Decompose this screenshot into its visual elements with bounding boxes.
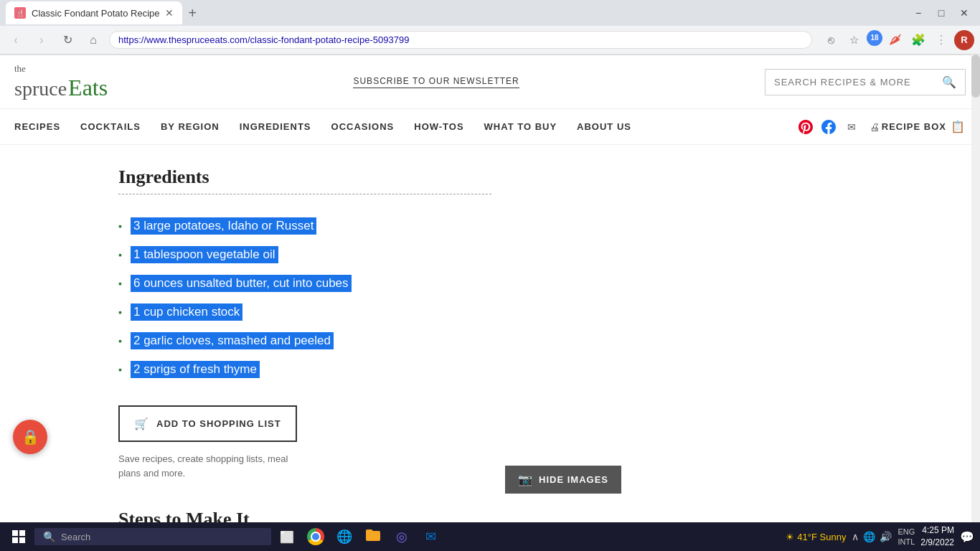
lock-button[interactable]: 🔒 [13, 420, 47, 454]
volume-tray-icon[interactable]: 🔊 [880, 531, 892, 542]
close-button[interactable]: ✕ [954, 3, 974, 23]
url-bar[interactable]: https://www.thespruceeats.com/classic-fo… [109, 31, 812, 49]
system-tray: ∧ 🌐 🔊 [852, 531, 892, 542]
ingredients-heading: Ingredients [118, 166, 862, 188]
nav-by-region[interactable]: BY REGION [161, 121, 220, 132]
site-logo[interactable]: the spruce Eats [14, 63, 108, 101]
list-item: ▪ 6 ounces unsalted butter, cut into cub… [118, 269, 862, 298]
ingredient-text: 3 large potatoes, Idaho or Russet [131, 217, 316, 235]
home-button[interactable]: ⌂ [83, 30, 103, 50]
social-icons: ✉ 🖨 [798, 120, 882, 134]
nav-links: RECIPES COCKTAILS BY REGION INGREDIENTS … [14, 121, 798, 132]
task-view-icon: ⬜ [280, 530, 294, 544]
network-tray-icon[interactable]: 🌐 [863, 531, 875, 542]
back-button[interactable]: ‹ [6, 30, 26, 50]
weather-display: ☀ 41°F Sunny [786, 532, 846, 542]
puzzle-icon[interactable]: 🧩 [908, 30, 928, 50]
list-item: ▪ 2 garlic cloves, smashed and peeled [118, 326, 862, 355]
clock-time: 4:25 PM [920, 524, 954, 537]
bullet-icon: ▪ [118, 278, 122, 289]
search-input[interactable] [774, 77, 942, 88]
tab-favicon: 🍴 [14, 7, 26, 19]
pepperoni-extension-icon[interactable]: 🌶 [885, 30, 905, 50]
bullet-icon: ▪ [118, 220, 122, 232]
ingredient-text: 1 tablespoon vegetable oil [131, 246, 278, 263]
tab-title: Classic Fondant Potato Recipe [32, 8, 159, 19]
nav-recipes[interactable]: RECIPES [14, 121, 60, 132]
facebook-icon[interactable] [821, 120, 836, 134]
nav-about-us[interactable]: ABOUT US [577, 121, 631, 132]
cart-icon: 🛒 [134, 417, 149, 430]
bullet-icon: ▪ [118, 335, 122, 347]
ingredient-list: ▪ 3 large potatoes, Idaho or Russet ▪ 1 … [118, 212, 862, 384]
camera-icon: 📷 [518, 473, 533, 486]
nav-what-to-buy[interactable]: WHAT TO BUY [484, 121, 557, 132]
ingredient-text: 6 ounces unsalted butter, cut into cubes [131, 275, 352, 292]
profile-avatar[interactable]: R [954, 30, 974, 50]
site-nav: RECIPES COCKTAILS BY REGION INGREDIENTS … [0, 109, 980, 145]
windows-logo [12, 530, 25, 543]
email-icon[interactable]: ✉ [844, 120, 859, 134]
taskbar: 🔍 Search ⬜ 🌐 ◎ ✉ ☀ 41°F Sunny ∧ 🌐 🔊 ENG … [0, 522, 980, 551]
bookmark-icon[interactable]: ☆ [844, 30, 864, 50]
taskbar-search[interactable]: 🔍 Search [34, 528, 271, 545]
extension-badge[interactable]: 18 [867, 30, 882, 46]
edge-taskbar-icon[interactable]: 🌐 [331, 524, 357, 550]
minimize-button[interactable]: − [908, 3, 928, 23]
scrollbar[interactable] [971, 55, 980, 522]
hide-images-button[interactable]: 📷 HIDE IMAGES [505, 466, 621, 494]
cortana-icon: ◎ [396, 529, 407, 545]
new-tab-button[interactable]: + [182, 5, 202, 22]
weather-icon: ☀ [786, 532, 794, 542]
list-item: ▪ 3 large potatoes, Idaho or Russet [118, 212, 862, 240]
list-item: ▪ 2 sprigs of fresh thyme [118, 355, 862, 384]
bullet-icon: ▪ [118, 249, 122, 260]
menu-icon[interactable]: ⋮ [931, 30, 951, 50]
tab-close-button[interactable]: ✕ [165, 7, 174, 19]
search-icon[interactable]: 🔍 [942, 75, 956, 89]
file-explorer-taskbar-icon[interactable] [360, 524, 386, 550]
pinterest-icon[interactable] [798, 120, 813, 134]
logo-eats: Eats [68, 75, 108, 101]
title-bar: 🍴 Classic Fondant Potato Recipe ✕ + − □ … [0, 0, 980, 26]
browser-toolbar: ⎋ ☆ 18 🌶 🧩 ⋮ R [821, 30, 974, 50]
bullet-icon: ▪ [118, 364, 122, 375]
print-icon[interactable]: 🖨 [867, 120, 882, 134]
nav-cocktails[interactable]: COCKTAILS [80, 121, 141, 132]
scrollbar-thumb[interactable] [971, 55, 980, 98]
maximize-button[interactable]: □ [931, 3, 951, 23]
cortana-taskbar-icon[interactable]: ◎ [389, 524, 415, 550]
nav-how-tos[interactable]: HOW-TOS [414, 121, 463, 132]
share-icon[interactable]: ⎋ [821, 30, 841, 50]
file-explorer-icon [364, 527, 382, 547]
lang-line1: ENG [897, 527, 915, 537]
list-item: ▪ 1 tablespoon vegetable oil [118, 240, 862, 269]
recipe-box-label: RECIPE BOX [882, 121, 946, 132]
header-middle: SUBSCRIBE TO OUR NEWSLETTER [108, 76, 765, 88]
clock-date: 2/9/2022 [920, 537, 954, 549]
language-badge[interactable]: ENG INTL [897, 527, 915, 547]
list-item: ▪ 1 cup chicken stock [118, 298, 862, 326]
ingredient-text: 1 cup chicken stock [131, 303, 242, 321]
forward-button[interactable]: › [32, 30, 52, 50]
newsletter-link[interactable]: SUBSCRIBE TO OUR NEWSLETTER [353, 76, 519, 88]
browser-tab[interactable]: 🍴 Classic Fondant Potato Recipe ✕ [6, 1, 182, 24]
task-view-button[interactable]: ⬜ [274, 524, 300, 550]
nav-occasions[interactable]: OCCASIONS [331, 121, 395, 132]
ingredients-divider [118, 194, 491, 194]
site-header: the spruce Eats SUBSCRIBE TO OUR NEWSLET… [0, 55, 980, 109]
recipe-box-link[interactable]: RECIPE BOX 📋 [882, 120, 966, 133]
mail-taskbar-icon[interactable]: ✉ [418, 524, 443, 550]
system-clock[interactable]: 4:25 PM 2/9/2022 [920, 524, 954, 549]
weather-text: 41°F Sunny [797, 532, 846, 542]
chevron-tray-icon[interactable]: ∧ [852, 531, 859, 542]
refresh-button[interactable]: ↻ [57, 30, 77, 50]
search-bar[interactable]: 🔍 [765, 69, 966, 95]
add-to-shopping-list-button[interactable]: 🛒 ADD TO SHOPPING LIST [118, 405, 297, 442]
nav-ingredients[interactable]: INGREDIENTS [240, 121, 311, 132]
notification-icon[interactable]: 💬 [960, 530, 974, 544]
chrome-taskbar-icon[interactable] [303, 524, 329, 550]
start-button[interactable] [6, 524, 32, 550]
recipe-box-icon: 📋 [951, 120, 966, 133]
address-bar: ‹ › ↻ ⌂ https://www.thespruceeats.com/cl… [0, 26, 980, 55]
